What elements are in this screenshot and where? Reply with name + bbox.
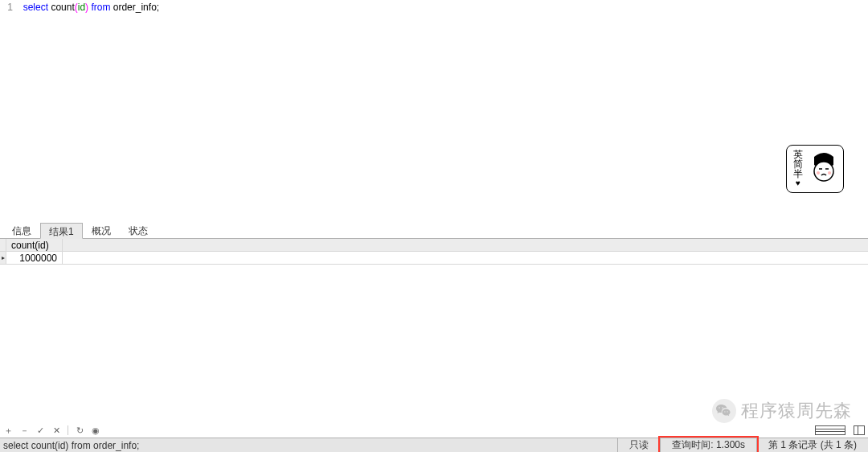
- status-readonly: 只读: [617, 438, 660, 452]
- keyword-from: from: [91, 2, 110, 13]
- status-sql-text: select count(id) from order_info;: [0, 440, 617, 451]
- grid-empty-area: 程序猿周先森: [0, 269, 868, 423]
- toolbar-sep: [68, 425, 68, 435]
- table-name: order_info: [113, 2, 157, 13]
- row-gutter: [0, 239, 6, 251]
- row-pointer-icon: ▸: [0, 252, 6, 264]
- watermark-text: 程序猿周先森: [741, 399, 852, 423]
- ime-sticker: 英 简 半 ♥: [786, 145, 844, 193]
- wechat-icon: [712, 399, 736, 423]
- tab-info[interactable]: 信息: [3, 222, 40, 238]
- tab-status[interactable]: 状态: [120, 222, 157, 238]
- table-row[interactable]: ▸ 1000000: [0, 252, 868, 265]
- grid-toolbar: ＋ － ✓ ✕ ↻ ◉: [0, 423, 868, 438]
- result-tabs: 信息 结果1 概况 状态: [0, 221, 868, 239]
- add-row-button[interactable]: ＋: [3, 425, 13, 435]
- line-gutter: 1: [0, 2, 18, 13]
- col-header[interactable]: count(id): [6, 239, 63, 251]
- table-header-row: count(id): [0, 239, 868, 252]
- ident-id: id: [78, 2, 85, 13]
- delete-row-button[interactable]: －: [19, 425, 29, 435]
- form-view-button[interactable]: [854, 425, 865, 435]
- svg-point-4: [828, 171, 831, 175]
- refresh-button[interactable]: ↻: [75, 425, 84, 435]
- grid-view-button[interactable]: [815, 425, 845, 435]
- semicolon: ;: [157, 2, 159, 13]
- status-record-count: 第 1 条记录 (共 1 条): [756, 438, 868, 452]
- code-line[interactable]: select count(id) from order_info;: [18, 2, 159, 13]
- result-grid[interactable]: count(id) ▸ 1000000: [0, 239, 868, 269]
- sql-editor[interactable]: 1 select count(id) from order_info; 英 简 …: [0, 0, 868, 221]
- heart-icon: ♥: [796, 179, 800, 188]
- sticker-l3: 半: [793, 169, 803, 179]
- status-bar: select count(id) from order_info; 只读 查询时…: [0, 438, 868, 452]
- svg-point-3: [817, 171, 820, 175]
- keyword-select: select: [23, 2, 48, 13]
- apply-button[interactable]: ✓: [35, 425, 45, 435]
- tab-profile[interactable]: 概况: [83, 222, 120, 238]
- stop-button[interactable]: ◉: [91, 425, 100, 435]
- paren-close: ): [85, 2, 88, 13]
- svg-point-0: [814, 162, 833, 181]
- face-icon: [809, 149, 843, 190]
- cancel-button[interactable]: ✕: [51, 425, 61, 435]
- tab-result[interactable]: 结果1: [40, 223, 83, 239]
- status-query-time: 查询时间: 1.300s: [660, 438, 756, 452]
- sticker-text: 英 简 半 ♥: [787, 148, 809, 190]
- watermark: 程序猿周先森: [712, 399, 852, 423]
- cell-value[interactable]: 1000000: [6, 252, 63, 264]
- func-count: count: [51, 2, 74, 13]
